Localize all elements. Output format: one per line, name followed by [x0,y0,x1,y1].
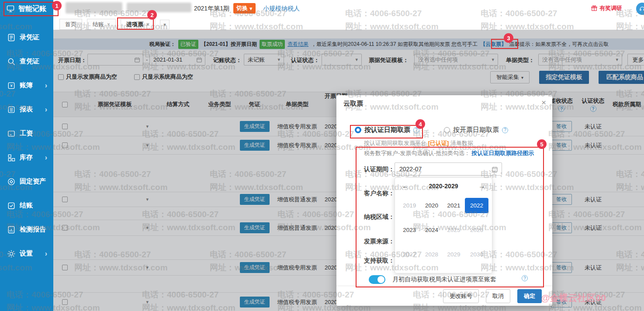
year-cell[interactable]: 2021 [443,193,465,218]
gift-icon [591,5,598,12]
radio-unselected-icon[interactable] [444,127,450,133]
close-icon[interactable]: × [146,21,149,28]
tax-region-label: 纳税区域： [364,213,395,221]
sidebar-item-settings[interactable]: 设置 › [0,242,53,266]
search-icon [7,57,16,66]
year-cell-disabled: 2026 [465,218,488,242]
accounting-period: 2021年第1期 [194,5,229,13]
auth-period-label: 认证期间： [364,166,395,173]
auto-fetch-toggle[interactable] [369,275,385,284]
switch-period-button[interactable]: 切换▾ [233,3,256,14]
year-grid: 2019 2020 2021 2022 2023 2024 2025 2026 … [395,191,492,268]
fixed-assets-icon [7,177,16,186]
invoice-source-label: 发票来源： [364,238,395,245]
sidebar-item-test-report[interactable]: 检测报告 [0,218,53,242]
nav-label: 报表 [20,105,33,114]
tab-home[interactable]: 首页 [59,19,82,30]
year-picker-header: ← 2020-2029 → [395,178,492,191]
cancel-button[interactable]: 取消 [486,289,510,303]
modal-path-hint: 税务数字账户-发票勾选确认-抵扣类勾选： 按认证日期取票路径图示 [364,149,534,157]
verified-tag: [已认证] [428,140,449,146]
modal-hint: 按认证期间获取发票平台 [已认证] 清单数据 [364,139,473,147]
survey-link[interactable]: 有奖调研 [591,4,622,12]
radio-by-auth-date[interactable]: 按认证日期取票 ? [355,126,419,134]
voucher-entry-icon [7,33,16,42]
support-fetch-label: 支持获取： [364,257,395,265]
nav-label: 工资 [20,129,33,138]
nav-label: 检测报告 [20,225,46,234]
auto-fetch-label: 月初自动获取税局未认证进项票至账套 [392,276,496,283]
gear-icon [7,249,16,258]
sidebar-item-voucher-entry[interactable]: 录凭证 [0,25,53,49]
sidebar-item-smart-accounting[interactable]: 智能记账 [3,2,52,16]
brand-label: 智能记账 [18,4,46,14]
nav-label: 查凭证 [20,57,39,66]
next-decade-arrow[interactable]: → [478,182,485,190]
tab-closing[interactable]: 结账× [87,19,116,30]
radio-selected-icon[interactable] [355,127,361,133]
sidebar-item-ledger[interactable]: ¥ 账簿 › [0,73,53,97]
close-icon[interactable]: × [107,21,110,28]
year-cell[interactable]: 2019 [398,193,421,218]
help-icon[interactable]: ? [522,275,528,281]
chart-doc-icon [7,225,16,234]
help-icon[interactable]: ? [502,127,508,133]
chevron-right-icon: › [45,82,53,90]
taxpayer-type-link[interactable]: 小规模纳税人 [263,5,300,13]
year-cell[interactable]: 2023 [398,218,421,242]
sidebar-item-fixed-assets[interactable]: 固定资产 [0,169,53,194]
svg-text:¥: ¥ [10,83,13,88]
year-cell-disabled: 2029 [443,242,465,266]
sidebar-item-inventory[interactable]: 库存 › [0,145,53,169]
smart-accounting-icon [6,4,15,13]
salary-icon [7,129,16,138]
redacted-company-name [66,2,122,14]
chevron-right-icon: › [45,250,53,258]
sidebar-item-salary[interactable]: 工资 [0,121,53,145]
year-picker: ← 2020-2029 → 2019 2020 2021 2022 2023 2… [395,177,492,273]
customer-name-label: 客户名称： [364,190,395,197]
redacted-company-name [127,3,191,12]
sidebar: 智能记账 录凭证 查凭证 ¥ 账簿 › 报表 › 工资 库存 › [0,0,53,311]
nav-label: 账簿 [20,81,33,90]
cloud-fetch-modal: 云取票 × 按认证日期取票 ? 按开票日期取票 ? 按认证期间获取发票平台 [已… [336,95,552,306]
year-cell-selected[interactable]: 2022 [465,193,488,218]
year-cell-disabled: 2027 [398,242,421,266]
modal-title: 云取票 [343,100,363,108]
tab-input-invoice[interactable]: 进项票× [121,19,155,30]
change-account-button[interactable]: 更改账号 [443,289,479,303]
nav-label: 录凭证 [20,33,39,41]
radio-by-invoice-date[interactable]: 按开票日期取票 ? [444,126,508,134]
year-cell-disabled: 2030 [465,242,488,266]
modal-footer: 更改账号 取消 确定 [336,286,552,306]
chevron-right-icon: › [45,106,53,114]
ledger-icon: ¥ [7,81,16,90]
customer-service-icon[interactable] [636,3,644,15]
sidebar-nav: 录凭证 查凭证 ¥ 账簿 › 报表 › 工资 库存 › 固定资产 [0,25,53,266]
prev-decade-arrow[interactable]: ← [402,182,409,190]
tab-list-dropdown[interactable]: ▾ [160,20,170,29]
path-demo-link[interactable]: 按认证日期取票路径图示 [471,150,534,156]
calendar-icon[interactable] [492,166,498,173]
caret-down-icon: ▾ [249,5,253,12]
tab-bar: 首页 结账× 进项票× ▾ [53,17,644,30]
help-icon[interactable]: ? [413,127,419,133]
sidebar-item-reports[interactable]: 报表 › [0,97,53,121]
year-cell[interactable]: 2024 [421,218,443,242]
nav-label: 固定资产 [20,177,46,186]
nav-label: 结账 [20,201,33,210]
report-icon [7,105,16,114]
toggle-knob [377,276,384,283]
decade-range: 2020-2029 [429,183,458,190]
chevron-right-icon: › [45,154,53,162]
inventory-icon [7,153,16,162]
nav-label: 库存 [20,153,33,162]
confirm-button[interactable]: 确定 [517,289,542,303]
sidebar-item-voucher-search[interactable]: 查凭证 [0,49,53,73]
year-cell-disabled: 2025 [443,218,465,242]
year-cell[interactable]: 2020 [421,193,443,218]
auth-period-input[interactable]: 2022-07 [395,162,502,176]
year-cell-disabled: 2028 [421,242,443,266]
sidebar-item-closing[interactable]: 结账 [0,194,53,218]
close-icon[interactable]: × [541,98,546,107]
